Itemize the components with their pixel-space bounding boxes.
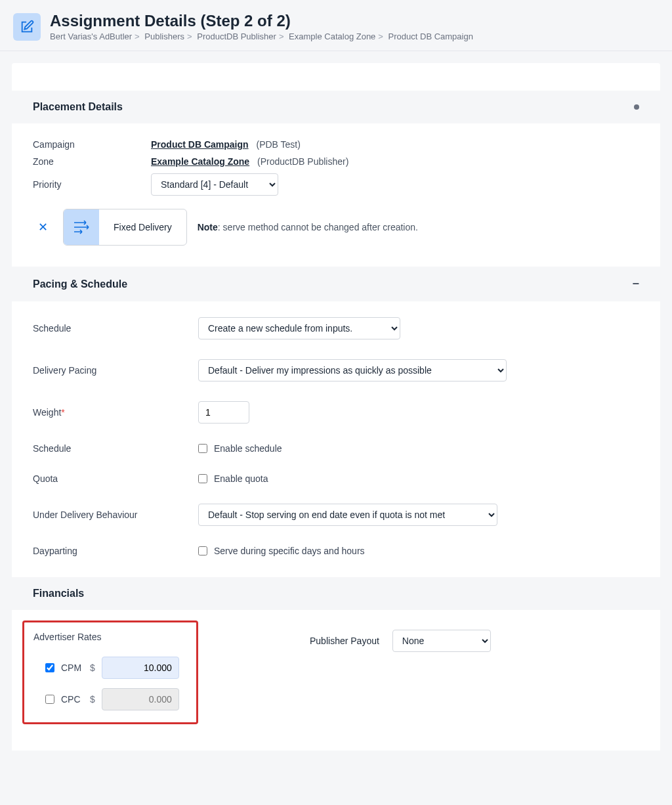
dayparting-checkbox[interactable] (198, 546, 207, 555)
dayparting-label: Dayparting (33, 546, 198, 556)
priority-label: Priority (33, 179, 151, 190)
delivery-pacing-label: Delivery Pacing (33, 365, 198, 376)
delivery-method-pill: Fixed Delivery (63, 209, 187, 246)
page-title: Assignment Details (Step 2 of 2) (50, 12, 659, 30)
breadcrumb-item[interactable]: Product DB Campaign (388, 32, 473, 41)
cpc-checkbox[interactable] (45, 695, 54, 704)
section-title: Financials (33, 588, 84, 599)
dot-indicator-icon (634, 104, 639, 110)
weight-label: Weight* (33, 407, 198, 418)
delivery-pacing-select[interactable]: Default - Deliver my impressions as quic… (198, 359, 507, 381)
enable-quota-label: Enable quota (214, 473, 268, 484)
zone-link[interactable]: Example Catalog Zone (151, 156, 249, 167)
header-bar: Assignment Details (Step 2 of 2) Bert Va… (0, 0, 672, 51)
breadcrumb-item[interactable]: Publishers (144, 32, 184, 41)
breadcrumb-item[interactable]: ProductDB Publisher (197, 32, 276, 41)
dayparting-check-label: Serve during specific days and hours (214, 546, 365, 556)
campaign-link[interactable]: Product DB Campaign (151, 139, 249, 150)
advertiser-rates-title: Advertiser Rates (33, 632, 187, 642)
section-header-financials: Financials (12, 577, 660, 610)
enable-quota-checkbox[interactable] (198, 474, 207, 483)
card-top-spacer (12, 63, 660, 91)
section-header-pacing: Pacing & Schedule − (12, 267, 660, 301)
schedule-label: Schedule (33, 323, 198, 334)
zone-label: Zone (33, 156, 151, 167)
section-title: Pacing & Schedule (33, 278, 127, 290)
breadcrumb-item[interactable]: Bert Varias's AdButler (50, 32, 132, 41)
campaign-label: Campaign (33, 139, 151, 150)
section-header-placement: Placement Details (12, 91, 660, 123)
pacing-body: Schedule Create a new schedule from inpu… (12, 301, 660, 577)
campaign-subtext: (PDB Test) (256, 139, 300, 150)
breadcrumb: Bert Varias's AdButler> Publishers> Prod… (50, 32, 659, 41)
delivery-method-label: Fixed Delivery (99, 222, 186, 232)
breadcrumb-item[interactable]: Example Catalog Zone (289, 32, 375, 41)
placement-body: Campaign Product DB Campaign (PDB Test) … (12, 123, 660, 267)
cpc-label: CPC (61, 694, 83, 705)
cpc-currency: $ (90, 694, 95, 705)
financials-body: Advertiser Rates CPM $ CPC $ Publisher P… (12, 610, 660, 751)
enable-schedule-checkbox[interactable] (198, 444, 207, 453)
enable-schedule-label: Enable schedule (214, 443, 282, 454)
zone-subtext: (ProductDB Publisher) (257, 156, 348, 167)
cpm-input[interactable] (102, 657, 179, 679)
cpm-label: CPM (61, 663, 83, 673)
cpm-currency: $ (90, 663, 95, 673)
udb-select[interactable]: Default - Stop serving on end date even … (198, 504, 497, 526)
priority-select[interactable]: Standard [4] - Default (151, 173, 278, 196)
edit-page-icon (13, 13, 41, 41)
advertiser-rates-highlight: Advertiser Rates CPM $ CPC $ (22, 620, 198, 724)
delivery-note: Note: serve method cannot be changed aft… (198, 222, 418, 232)
schedule2-label: Schedule (33, 443, 198, 454)
udb-label: Under Delivery Behaviour (33, 510, 198, 520)
arrows-icon (64, 209, 99, 245)
section-title: Placement Details (33, 101, 123, 113)
quota-label: Quota (33, 473, 198, 484)
collapse-icon[interactable]: − (632, 277, 639, 291)
publisher-payout-select[interactable]: None (392, 630, 491, 652)
schedule-select[interactable]: Create a new schedule from inputs. (198, 317, 400, 339)
weight-input[interactable] (198, 401, 249, 424)
cpc-input[interactable] (102, 688, 179, 710)
close-icon[interactable]: ✕ (33, 220, 52, 234)
cpm-checkbox[interactable] (45, 663, 54, 672)
publisher-payout-label: Publisher Payout (310, 636, 379, 646)
